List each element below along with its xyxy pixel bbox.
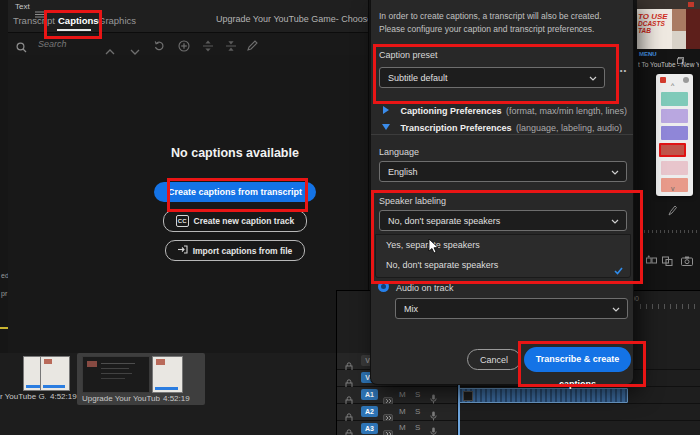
playlist-thumb [661,126,688,140]
timecode-ruler-ticks[interactable] [640,304,700,309]
playhead[interactable] [458,384,460,435]
mouse-cursor [428,239,439,258]
import-icon [178,245,188,256]
tab-graphics[interactable]: Graphics [98,15,136,26]
video-person-fragment [672,9,686,31]
video-gray-icon [683,77,689,83]
merge-caption-icon[interactable] [225,38,237,56]
annotation-box-speaker-labeling [371,190,643,284]
program-monitor: TO USE DCASTS TAB MENU t To YouTube - Ne… [637,0,700,290]
sequence-title: Upgrade Your YouTube Game- Choose Winnin… [216,14,368,24]
cc-icon: CC [176,215,189,227]
import-captions-from-file-button[interactable]: Import captions from file [165,240,306,261]
annotation-box-transcribe-button [518,341,646,387]
pen-tool-icon[interactable] [668,202,677,220]
mute-button[interactable]: M [399,390,406,399]
annotation-box-create-captions-button [167,178,308,212]
clip-thumbnail[interactable] [40,356,70,391]
chevron-down-icon [382,124,390,130]
track-target-badge[interactable]: A3 [361,423,378,434]
comparison-view-icon[interactable] [646,252,657,270]
video-red-logo [688,2,694,7]
chevron-down-icon [611,170,618,177]
track-target-badge[interactable]: A1 [361,389,378,400]
scroll-down-arrow: v [671,185,675,192]
video-frame-fragment [672,31,686,49]
solo-button[interactable]: S [415,423,420,432]
export-frame-camera-icon[interactable] [681,252,693,270]
dialog-intro-text: In order to create captions, a transcrip… [379,10,625,36]
add-caption-icon[interactable] [178,38,190,56]
split-caption-icon[interactable] [202,38,214,56]
edit-pencil-icon[interactable] [246,38,258,56]
track-row-a2: A2 M S [337,404,700,421]
divider [371,134,633,135]
audio-track-select[interactable]: Mix [395,298,628,319]
clip-name[interactable]: Upgrade Your YouTube G... [82,394,160,403]
clip-fx-badge [463,391,473,401]
clip-name[interactable]: r YouTube G... [0,392,46,401]
chevron-right-icon [383,106,389,114]
premiere-workspace: ed pr Text Transcript Captions Graphics … [0,0,700,435]
annotation-box-caption-preset [373,44,619,104]
source-patch-icon[interactable] [383,424,393,435]
clip-thumbnail [82,356,150,393]
cancel-button[interactable]: Cancel [467,349,521,370]
chevron-down-icon [612,307,619,314]
video-red-icon [660,77,666,83]
selected-clip-card[interactable]: Upgrade Your YouTube G... 4:52:19 [77,353,205,405]
solo-button[interactable]: S [415,407,420,416]
playlist-thumb [661,92,688,106]
project-bin: r YouTube G... 4:52:19 Upgrade Your YouT… [0,353,336,435]
annotation-box-captions-tab [44,10,102,39]
video-menu-link: MENU [639,51,657,57]
transcription-preferences-expander[interactable]: Transcription Preferences (language, lab… [382,117,622,135]
background-text-fragment: pr [1,290,7,297]
playlist-thumb [661,161,688,175]
video-frame-fragment [686,9,700,49]
panel-title: Text [15,2,30,11]
language-label: Language [379,147,419,157]
voiceover-mic-icon[interactable] [430,423,437,435]
playlist-thumb [661,109,688,123]
video-caption-text: t To YouTube - New Y... [638,61,699,68]
video-thumbnail-text: TO USE DCASTS TAB [637,9,672,49]
audio-clip[interactable] [459,388,628,403]
mute-button[interactable]: M [399,407,406,416]
solo-button[interactable]: S [415,390,420,399]
monitor-zoom-scrollbar[interactable] [644,230,698,233]
clip-duration: 4:52:19 [50,392,77,401]
clip-duration: 4:52:19 [163,394,190,403]
scroll-up-arrow: ^ [671,82,674,89]
video-playlist-panel: ^ v [656,74,693,196]
multicam-view-icon[interactable] [662,252,673,270]
search-input[interactable]: Search [38,39,67,49]
text-panel: Text Transcript Captions Graphics Upgrad… [8,0,369,353]
refresh-icon[interactable] [153,38,165,56]
language-select[interactable]: English [379,161,627,182]
audio-on-track-label: Audio on track [396,283,454,293]
track-target-badge[interactable]: A2 [361,406,378,417]
track-row-a3: A3 M S [337,421,700,435]
lock-icon[interactable] [345,424,353,435]
clip-thumbnail [152,356,183,393]
video-frame-fragment [637,0,700,9]
create-new-caption-track-button[interactable]: CC Create new caption track [163,210,307,232]
playlist-thumb-highlighted [659,143,686,157]
mute-button[interactable]: M [399,423,406,432]
empty-state-heading: No captions available [105,146,365,160]
